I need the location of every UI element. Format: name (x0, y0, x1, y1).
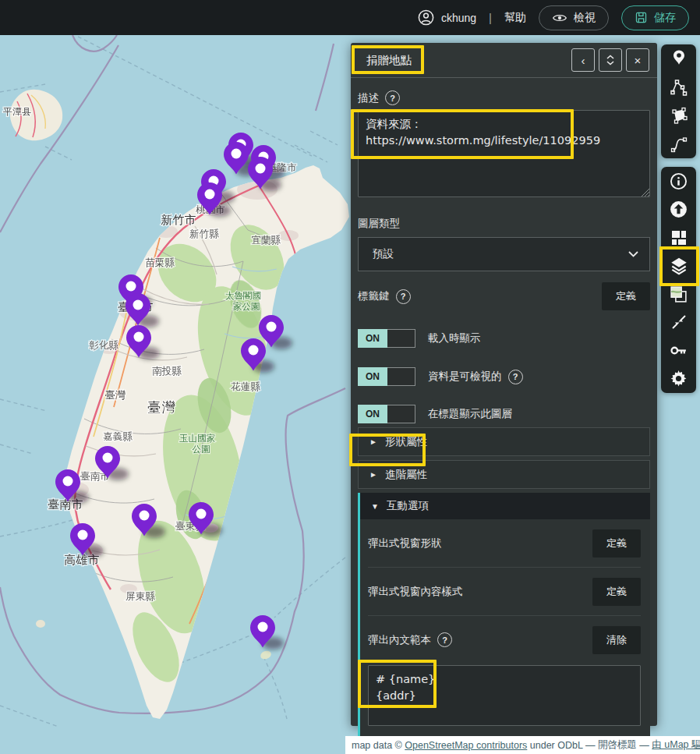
permissions-key-button[interactable] (665, 338, 693, 363)
map-label: 家公園 (233, 301, 260, 312)
view-button-label: 檢視 (574, 11, 596, 25)
save-button-label: 儲存 (654, 11, 676, 25)
gear-icon (669, 369, 688, 388)
layer-edit-panel: 捐贈地點 ‹ × 描述 ? 資料來源： https://www.storm.mg… (351, 43, 657, 726)
popup-shape-define-button[interactable]: 定義 (592, 529, 641, 558)
popup-content-style-label: 彈出式視窗內容樣式 (368, 585, 463, 599)
info-button[interactable] (665, 168, 693, 193)
map-label: 宜蘭縣 (251, 234, 281, 246)
map-label: 公園 (193, 444, 210, 455)
layers-button[interactable] (665, 253, 693, 278)
popup-template-row: 彈出內文範本 ? 清除 (368, 615, 641, 664)
save-icon (635, 11, 648, 24)
open-caption-link[interactable]: 開啓標題 (598, 738, 637, 752)
resize-vertical-icon (606, 55, 615, 65)
popup-content-style-define-button[interactable]: 定義 (592, 578, 641, 606)
map-label: 嘉義縣 (103, 430, 133, 442)
map-label: 臺灣 (147, 399, 177, 415)
eye-icon (552, 12, 567, 23)
map-label: 彰化縣 (89, 339, 118, 351)
draw-polygon-button[interactable] (665, 103, 693, 128)
topbar: ckhung | 幫助 檢視 儲存 (0, 0, 700, 35)
label-key-row: 標籤鍵 ? 定義 (358, 282, 650, 310)
help-icon[interactable]: ? (396, 289, 411, 304)
tile-layers-button[interactable] (665, 281, 693, 306)
attribution-bar: map data © OpenStreetMap contributors un… (345, 736, 700, 754)
description-textarea[interactable]: 資料來源： https://www.storm.mg/lifestyle/110… (358, 110, 650, 197)
section-label: 形狀屬性 (385, 435, 427, 449)
interaction-options-content: 彈出式視窗形狀 定義 彈出式視窗內容樣式 定義 彈出內文範本 ? 清除 # {n… (360, 519, 650, 736)
draw-toolbar (661, 44, 696, 158)
section-label: 進階屬性 (385, 468, 427, 482)
layer-type-select[interactable]: 預設 (358, 237, 650, 271)
dashboard-icon (670, 228, 688, 247)
draw-polyline-button[interactable] (665, 75, 693, 100)
back-button[interactable]: ‹ (571, 48, 595, 72)
close-button[interactable]: × (626, 48, 649, 72)
upload-button[interactable] (665, 196, 693, 221)
popup-template-label: 彈出內文範本 (368, 633, 431, 647)
label-key-label: 標籤鍵 (358, 289, 390, 303)
popup-shape-label: 彈出式視窗形狀 (368, 536, 442, 550)
polygon-icon (670, 105, 688, 126)
island-small-sw (36, 620, 45, 628)
label-key-define-button[interactable]: 定義 (602, 282, 650, 310)
map-label: 平潭县 (3, 106, 31, 117)
user-icon (417, 9, 435, 27)
popup-template-textarea[interactable]: # {name} {addr} (368, 665, 641, 726)
draw-marker-button[interactable] (665, 46, 693, 71)
map-label: 新竹縣 (189, 228, 219, 239)
layers-icon (669, 256, 689, 276)
view-button[interactable]: 檢視 (539, 5, 609, 30)
user-menu[interactable]: ckhung (417, 9, 476, 27)
toggle-row-show-in-caption: ON 在標題顯示此圖層 (358, 405, 650, 423)
draw-curve-button[interactable] (665, 132, 693, 157)
section-advanced-properties[interactable]: ► 進階屬性 (358, 460, 650, 489)
dashboard-button[interactable] (665, 225, 693, 250)
chevron-down-icon (628, 251, 638, 257)
powered-by-umap-link[interactable]: 由 uMap 驅動 (652, 738, 700, 752)
caret-down-icon: ▼ (371, 502, 379, 511)
map-label: 臺灣 (105, 389, 126, 401)
popup-content-style-row: 彈出式視窗內容樣式 定義 (368, 567, 641, 615)
help-icon[interactable]: ? (508, 370, 523, 384)
caret-right-icon: ► (369, 470, 377, 479)
center-map-button[interactable] (665, 310, 693, 335)
panel-header: 捐贈地點 ‹ × (351, 43, 657, 78)
toggle-on-label: ON (358, 329, 387, 348)
resize-panel-button[interactable] (599, 48, 622, 72)
help-icon[interactable]: ? (437, 632, 452, 647)
save-button[interactable]: 儲存 (621, 5, 689, 30)
attribution-text: under ODbL — (527, 740, 598, 751)
help-link[interactable]: 幫助 (504, 11, 526, 25)
toggle-on-label: ON (358, 367, 387, 386)
interaction-options-header[interactable]: ▼ 互動選項 (360, 493, 650, 519)
show-in-caption-toggle[interactable]: ON (358, 405, 415, 423)
map-label: 新竹市 (161, 213, 196, 227)
section-interaction-options: ▼ 互動選項 彈出式視窗形狀 定義 彈出式視窗內容樣式 定義 彈出內文範本 ? (358, 493, 650, 736)
chevron-left-icon: ‹ (582, 54, 585, 67)
map-label: 玉山國家 (179, 433, 216, 444)
layer-type-value: 預設 (373, 247, 394, 261)
upload-icon (669, 200, 688, 219)
key-icon (669, 341, 688, 360)
curve-icon (670, 134, 688, 154)
layer-type-label: 圖層類型 (358, 217, 400, 231)
toggle-label: 資料是可檢視的 (428, 370, 502, 384)
display-on-load-toggle[interactable]: ON (358, 329, 415, 348)
data-browsable-toggle[interactable]: ON (358, 367, 415, 386)
help-icon[interactable]: ? (385, 90, 400, 105)
username[interactable]: ckhung (441, 12, 476, 24)
toggle-on-label: ON (358, 405, 387, 423)
actions-toolbar (661, 167, 696, 393)
section-shape-properties[interactable]: ► 形狀屬性 (358, 427, 650, 456)
osm-contributors-link[interactable]: OpenStreetMap contributors (405, 740, 527, 751)
tile-layers-icon (669, 285, 688, 304)
panel-title: 捐贈地點 (366, 53, 412, 68)
attribution-text: — (637, 740, 652, 751)
popup-template-clear-button[interactable]: 清除 (592, 626, 641, 654)
settings-button[interactable] (665, 366, 693, 391)
toggle-row-display-on-load: ON 載入時顯示 (358, 329, 650, 348)
popup-shape-row: 彈出式視窗形狀 定義 (368, 519, 641, 567)
toggle-label: 在標題顯示此圖層 (428, 407, 512, 421)
